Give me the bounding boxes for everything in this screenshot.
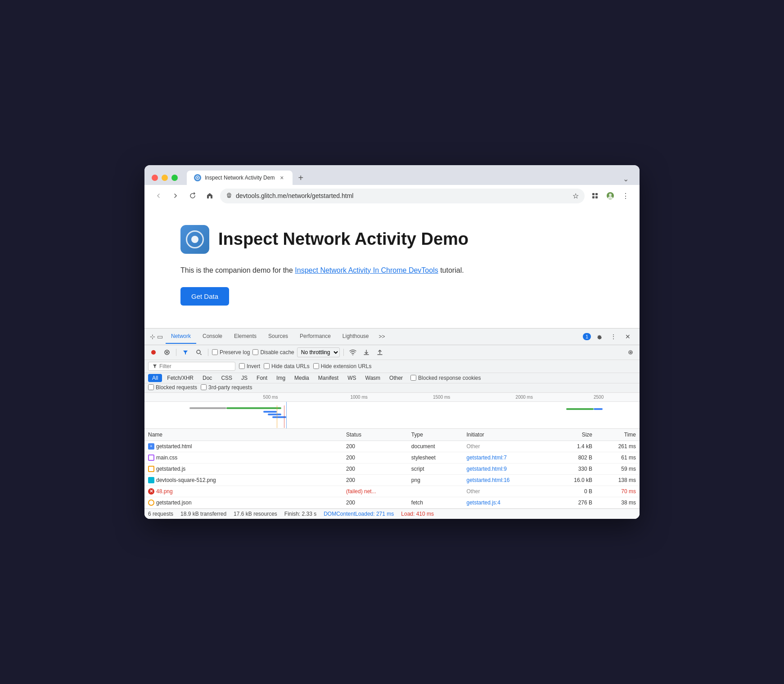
reload-button[interactable] xyxy=(186,189,199,202)
close-button[interactable] xyxy=(152,175,158,181)
tab-performance[interactable]: Performance xyxy=(294,329,336,344)
network-settings-button[interactable] xyxy=(625,347,636,358)
invert-label[interactable]: Invert xyxy=(239,363,260,369)
clear-button[interactable] xyxy=(162,347,172,358)
import-button[interactable] xyxy=(361,347,372,358)
record-button[interactable] xyxy=(148,347,159,358)
table-row[interactable]: ✕48.png(failed) net...Other0 B70 ms xyxy=(144,486,640,497)
hide-data-urls-checkbox[interactable] xyxy=(264,363,270,369)
table-row[interactable]: devtools-square-512.png200pnggetstarted.… xyxy=(144,475,640,486)
hide-data-urls-label[interactable]: Hide data URLs xyxy=(264,363,310,369)
third-party-label[interactable]: 3rd-party requests xyxy=(201,384,252,391)
hide-extension-urls-label[interactable]: Hide extension URLs xyxy=(313,363,372,369)
third-party-checkbox[interactable] xyxy=(201,384,207,390)
blocked-requests-label[interactable]: Blocked requests xyxy=(148,384,197,391)
bar-blue-1 xyxy=(263,411,277,413)
wifi-icon-button[interactable] xyxy=(347,347,358,358)
preserve-log-label[interactable]: Preserve log xyxy=(212,349,250,356)
back-button[interactable] xyxy=(152,189,165,202)
blocked-cookies-checkbox[interactable] xyxy=(410,375,416,381)
table-row[interactable]: getstarted.js200scriptgetstarted.html:93… xyxy=(144,464,640,475)
tabs-more-button[interactable]: >> xyxy=(375,330,389,343)
address-bar[interactable]: ☆ xyxy=(220,189,585,203)
profile-button[interactable] xyxy=(604,189,617,202)
active-tab[interactable]: Inspect Network Activity Dem × xyxy=(187,171,293,185)
search-button[interactable] xyxy=(194,347,204,358)
tab-chevron-button[interactable]: ⌄ xyxy=(619,173,632,185)
devtools-settings-button[interactable] xyxy=(593,330,605,343)
initiator-link[interactable]: getstarted.html:16 xyxy=(466,477,509,483)
invert-checkbox[interactable] xyxy=(239,363,245,369)
url-input[interactable] xyxy=(236,192,569,199)
cursor-icon[interactable]: ⊹ xyxy=(150,333,155,340)
tab-lighthouse[interactable]: Lighthouse xyxy=(337,329,374,344)
subtitle-link[interactable]: Inspect Network Activity In Chrome DevTo… xyxy=(295,266,438,274)
maximize-button[interactable] xyxy=(171,175,178,181)
devtools-close-button[interactable]: ✕ xyxy=(622,330,634,343)
type-btn-ws[interactable]: WS xyxy=(343,374,360,382)
svg-point-8 xyxy=(609,194,612,196)
cell-name: main.css xyxy=(144,452,342,464)
table-row[interactable]: main.css200stylesheetgetstarted.html:780… xyxy=(144,452,640,464)
disable-cache-label[interactable]: Disable cache xyxy=(252,349,294,356)
col-size: Size xyxy=(551,429,596,441)
device-icon[interactable]: ▭ xyxy=(157,333,163,340)
export-button[interactable] xyxy=(374,347,385,358)
cell-initiator: Other xyxy=(463,486,551,497)
cell-name: getstarted.js xyxy=(144,464,342,475)
type-btn-all[interactable]: All xyxy=(148,374,162,382)
cell-name: devtools-square-512.png xyxy=(144,475,342,486)
devtools-more-button[interactable]: ⋮ xyxy=(607,330,620,343)
disable-cache-checkbox[interactable] xyxy=(252,349,258,355)
bookmark-icon[interactable]: ☆ xyxy=(572,192,579,200)
initiator-link[interactable]: getstarted.js:4 xyxy=(466,500,500,506)
initiator-link[interactable]: getstarted.html:7 xyxy=(466,454,506,461)
forward-button[interactable] xyxy=(169,189,182,202)
tab-close-button[interactable]: × xyxy=(278,174,285,181)
traffic-lights xyxy=(152,175,178,181)
type-btn-font[interactable]: Font xyxy=(252,374,271,382)
page-logo xyxy=(180,225,209,254)
table-row[interactable]: ≡getstarted.html200documentOther1.4 kB26… xyxy=(144,441,640,452)
tab-sources[interactable]: Sources xyxy=(263,329,293,344)
browser-menu-button[interactable]: ⋮ xyxy=(619,189,632,202)
cell-size: 276 B xyxy=(551,497,596,508)
filter-input[interactable] xyxy=(159,363,231,369)
network-table-scroll[interactable]: Name Status Type Initiator Size Time ≡ge… xyxy=(144,429,640,509)
type-btn-css[interactable]: CSS xyxy=(217,374,236,382)
tab-network[interactable]: Network xyxy=(166,329,196,344)
devtools-tools-icons: ⊹ ▭ xyxy=(148,329,165,344)
minimize-button[interactable] xyxy=(162,175,168,181)
get-data-button[interactable]: Get Data xyxy=(180,287,229,306)
home-button[interactable] xyxy=(203,189,216,202)
initiator-link[interactable]: getstarted.html:9 xyxy=(466,466,506,472)
type-btn-other[interactable]: Other xyxy=(385,374,407,382)
filter-input-area[interactable] xyxy=(148,362,235,371)
type-btn-wasm[interactable]: Wasm xyxy=(361,374,385,382)
throttle-selector[interactable]: No throttling xyxy=(297,347,340,357)
type-btn-doc[interactable]: Doc xyxy=(198,374,216,382)
throttle-dropdown[interactable]: No throttling xyxy=(297,347,340,357)
cell-type: png xyxy=(408,475,463,486)
blocked-requests-checkbox[interactable] xyxy=(148,384,154,390)
table-row[interactable]: getstarted.json200fetchgetstarted.js:427… xyxy=(144,497,640,508)
svg-rect-6 xyxy=(595,196,598,198)
filter-button[interactable] xyxy=(180,347,191,358)
cell-name: ≡getstarted.html xyxy=(144,441,342,452)
tab-elements[interactable]: Elements xyxy=(229,329,262,344)
bar-gray xyxy=(189,407,226,409)
type-btn-img[interactable]: Img xyxy=(272,374,289,382)
preserve-log-checkbox[interactable] xyxy=(212,349,218,355)
tick-1000: 1000 ms xyxy=(350,395,367,400)
extensions-button[interactable] xyxy=(588,189,602,202)
type-btn-manifest[interactable]: Manifest xyxy=(314,374,342,382)
type-btn-js[interactable]: JS xyxy=(237,374,252,382)
blocked-cookies-label[interactable]: Blocked response cookies xyxy=(410,375,481,381)
subtitle-text-before: This is the companion demo for the xyxy=(180,266,295,274)
new-tab-button[interactable]: + xyxy=(294,171,307,185)
hide-extension-urls-checkbox[interactable] xyxy=(313,363,319,369)
tab-console[interactable]: Console xyxy=(197,329,228,344)
type-btn-fetch-xhr[interactable]: Fetch/XHR xyxy=(163,374,198,382)
tick-1500: 1500 ms xyxy=(433,395,450,400)
type-btn-media[interactable]: Media xyxy=(290,374,313,382)
